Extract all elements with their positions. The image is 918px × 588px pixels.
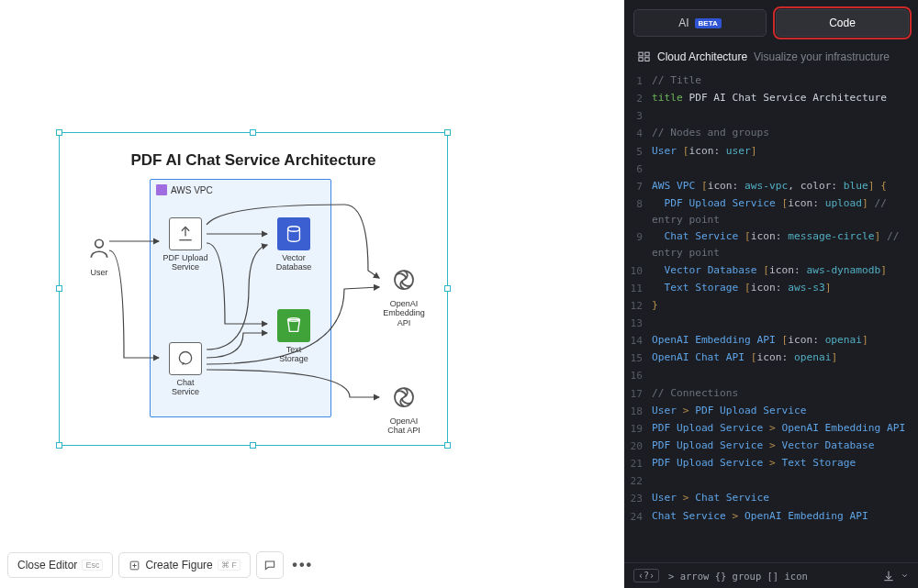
selection-handle[interactable] xyxy=(56,129,62,136)
panel-header: Cloud Architecture Visualize your infras… xyxy=(624,37,918,72)
code-line[interactable]: 19PDF Upload Service > OpenAI Embedding … xyxy=(628,420,918,438)
selection-handle[interactable] xyxy=(250,129,256,136)
code-line[interactable]: 12} xyxy=(628,297,918,315)
svg-point-2 xyxy=(288,227,300,232)
tab-code[interactable]: Code xyxy=(776,9,909,37)
diagram-selection[interactable]: PDF AI Chat Service Architecture AWS VPC xyxy=(59,132,448,446)
header-subtitle: Visualize your infrastructure xyxy=(754,50,890,63)
code-text: OpenAI Embedding API [icon: openai] xyxy=(652,332,918,349)
tab-row: AI BETA Code xyxy=(624,0,918,37)
code-line[interactable]: 21PDF Upload Service > Text Storage xyxy=(628,455,918,472)
line-number: 15 xyxy=(628,349,652,367)
line-number: 5 xyxy=(628,143,652,161)
line-number: 2 xyxy=(628,90,652,107)
code-text: Text Storage [icon: aws-s3] xyxy=(652,280,918,296)
code-line[interactable]: 2title PDF AI Chat Service Architecture xyxy=(628,90,918,107)
close-editor-button[interactable]: Close Editor Esc xyxy=(7,552,113,578)
node-chat-service[interactable]: Chat Service xyxy=(162,342,208,397)
code-text: // Title xyxy=(652,72,918,89)
line-number: 21 xyxy=(628,455,652,472)
code-text: PDF Upload Service > OpenAI Embedding AP… xyxy=(652,420,918,437)
code-line[interactable]: 17// Connections xyxy=(628,385,918,403)
code-line[interactable]: 24Chat Service > OpenAI Embedding API xyxy=(628,508,918,526)
node-label: User xyxy=(76,268,122,277)
code-line[interactable]: 23User > Chat Service xyxy=(628,490,918,507)
comment-button[interactable] xyxy=(256,551,284,579)
bottom-toolbar: Close Editor Esc Create Figure ⌘ F ••• xyxy=(7,551,317,579)
kbd-hint: ⌘ F xyxy=(218,560,241,571)
code-text: // Connections xyxy=(652,385,918,402)
node-label: Text Storage xyxy=(271,345,317,364)
selection-handle[interactable] xyxy=(250,442,256,449)
header-title: Cloud Architecture xyxy=(657,50,747,63)
node-user[interactable]: User xyxy=(76,232,122,277)
svg-rect-10 xyxy=(639,58,643,61)
tab-ai[interactable]: AI BETA xyxy=(633,9,767,37)
selection-handle[interactable] xyxy=(444,442,451,449)
code-line[interactable]: 14OpenAI Embedding API [icon: openai] xyxy=(628,332,918,349)
selection-handle[interactable] xyxy=(444,285,451,292)
selection-handle[interactable] xyxy=(444,129,451,136)
code-line[interactable]: 5User [icon: user] xyxy=(628,143,918,161)
line-number: 10 xyxy=(628,262,652,280)
svg-rect-11 xyxy=(645,58,649,61)
chevron-down-icon[interactable] xyxy=(901,571,909,580)
code-line[interactable]: 13 xyxy=(628,315,918,332)
node-text-storage[interactable]: Text Storage xyxy=(271,309,317,364)
code-editor[interactable]: 1// Title2title PDF AI Chat Service Arch… xyxy=(624,72,918,562)
line-number: 19 xyxy=(628,420,652,438)
code-line[interactable]: 22 xyxy=(628,472,918,490)
selection-handle[interactable] xyxy=(56,442,62,449)
svg-point-4 xyxy=(179,352,191,364)
line-number: 9 xyxy=(628,228,652,246)
code-line[interactable]: 3 xyxy=(628,107,918,125)
line-number: 22 xyxy=(628,472,652,490)
node-openai-embedding[interactable]: OpenAI Embedding API xyxy=(381,263,427,327)
code-line[interactable]: 16 xyxy=(628,367,918,384)
canvas-panel[interactable]: PDF AI Chat Service Architecture AWS VPC xyxy=(0,0,624,588)
node-vector-db[interactable]: Vector Database xyxy=(271,217,317,272)
syntax-hint: > arrow {} group [] icon xyxy=(668,571,808,582)
code-line[interactable]: 15OpenAI Chat API [icon: openai] xyxy=(628,349,918,367)
code-text: PDF Upload Service > Text Storage xyxy=(652,455,918,472)
line-number: 7 xyxy=(628,178,652,195)
download-icon[interactable] xyxy=(882,570,895,582)
code-panel: AI BETA Code Cloud Architecture Visualiz… xyxy=(624,0,918,588)
node-label: Vector Database xyxy=(271,253,317,272)
comment-icon xyxy=(263,559,276,571)
code-line[interactable]: 7AWS VPC [icon: aws-vpc, color: blue] { xyxy=(628,178,918,195)
cloud-architecture-icon xyxy=(637,50,651,63)
dynamodb-icon xyxy=(277,217,310,250)
code-footer: ‹?› > arrow {} group [] icon xyxy=(624,562,918,588)
node-pdf-upload[interactable]: PDF Upload Service xyxy=(162,217,208,272)
language-badge[interactable]: ‹?› xyxy=(633,569,659,582)
code-text: User [icon: user] xyxy=(652,143,918,160)
code-text: User > Chat Service xyxy=(652,490,918,506)
code-line[interactable]: 18User > PDF Upload Service xyxy=(628,403,918,420)
code-line[interactable]: 1// Title xyxy=(628,72,918,90)
s3-icon xyxy=(277,309,310,342)
selection-handle[interactable] xyxy=(56,285,62,292)
code-line[interactable]: 4// Nodes and groups xyxy=(628,125,918,142)
kbd-hint: Esc xyxy=(82,560,103,571)
more-button[interactable]: ••• xyxy=(289,551,317,579)
node-label: OpenAI Chat API xyxy=(381,416,427,436)
code-text: title PDF AI Chat Service Architecture xyxy=(652,90,918,106)
code-line[interactable]: 6 xyxy=(628,161,918,178)
create-figure-icon xyxy=(129,560,140,571)
line-number: 23 xyxy=(628,490,652,507)
line-number: 18 xyxy=(628,403,652,420)
code-line[interactable]: 11 Text Storage [icon: aws-s3] xyxy=(628,280,918,297)
code-line[interactable]: 20PDF Upload Service > Vector Database xyxy=(628,438,918,455)
tab-label: AI xyxy=(678,17,688,29)
create-figure-button[interactable]: Create Figure ⌘ F xyxy=(118,552,250,578)
node-openai-chat[interactable]: OpenAI Chat API xyxy=(381,381,427,436)
code-text: PDF Upload Service [icon: upload] // ent… xyxy=(652,195,918,228)
code-line[interactable]: 8 PDF Upload Service [icon: upload] // e… xyxy=(628,195,918,228)
beta-badge: BETA xyxy=(695,18,722,28)
code-line[interactable]: 10 Vector Database [icon: aws-dynamodb] xyxy=(628,262,918,280)
line-number: 24 xyxy=(628,508,652,526)
line-number: 6 xyxy=(628,161,652,178)
line-number: 17 xyxy=(628,385,652,403)
code-line[interactable]: 9 Chat Service [icon: message-circle] //… xyxy=(628,228,918,261)
